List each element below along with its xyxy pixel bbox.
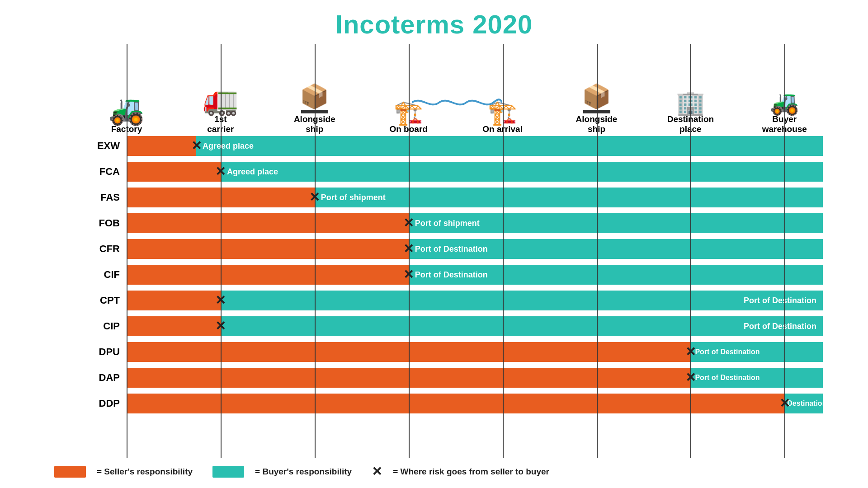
ddp-orange (127, 394, 784, 413)
vline-alongside1 (315, 44, 316, 458)
cif-orange (127, 265, 409, 285)
exw-label: Agreed place (203, 141, 254, 151)
label-cfr: CFR (79, 243, 120, 255)
ddp-cross: ✕ (779, 397, 790, 410)
fob-orange (127, 213, 409, 233)
dap-label: Port of Destination (695, 374, 760, 382)
exw-orange (127, 136, 196, 156)
rows-area: EXW Agreed place ✕ FCA Agreed place (127, 134, 823, 458)
vline-buyerwh (784, 44, 785, 458)
fas-cross: ✕ (309, 191, 320, 204)
fas-teal: Port of shipment (315, 188, 823, 207)
label-cip: CIP (79, 320, 120, 332)
cif-teal: Port of Destination (409, 265, 823, 285)
row-fob: FOB Port of shipment ✕ (127, 211, 823, 235)
dap-teal: Port of Destination (690, 368, 823, 388)
fas-label: Port of shipment (321, 193, 386, 202)
wave-decoration (412, 96, 502, 109)
row-dpu: DPU Port of Destination ✕ (127, 340, 823, 364)
exw-teal: Agreed place (196, 136, 823, 156)
vline-destplace (690, 44, 691, 458)
cfr-cross: ✕ (403, 243, 414, 255)
cfr-orange (127, 239, 409, 259)
vline-factory (127, 44, 127, 458)
fca-teal: Agreed place (221, 162, 823, 182)
dap-cross: ✕ (685, 371, 696, 384)
cpt-label: Port of Destination (744, 296, 816, 305)
ddp-label: Destination (787, 399, 826, 408)
cif-label: Port of Destination (415, 270, 488, 280)
label-dap: DAP (79, 372, 120, 384)
row-ddp: DDP Destination ✕ (127, 392, 823, 415)
fca-orange (127, 162, 221, 182)
ddp-teal: Destination (784, 394, 823, 413)
main-title: Incoterms 2020 (335, 9, 533, 39)
legend-orange-box (54, 466, 86, 478)
cip-teal: Port of Destination (221, 316, 823, 336)
legend-teal-box (212, 466, 244, 478)
page-container: Incoterms 2020 🚜 Factory 🚛 1stcarrier 📦 … (0, 0, 868, 488)
row-cfr: CFR Port of Destination ✕ (127, 237, 823, 261)
row-cip: CIP Port of Destination ✕ (127, 314, 823, 338)
label-dpu: DPU (79, 346, 120, 358)
legend-cross-symbol: ✕ (372, 464, 382, 479)
row-dap: DAP Port of Destination ✕ (127, 366, 823, 389)
fob-teal: Port of shipment (409, 213, 823, 233)
cpt-orange (127, 291, 221, 310)
row-fca: FCA Agreed place ✕ (127, 160, 823, 183)
row-exw: EXW Agreed place ✕ (127, 134, 823, 158)
label-exw: EXW (79, 140, 120, 152)
vline-alongside2 (597, 44, 598, 458)
header-row: 🚜 Factory 🚛 1stcarrier 📦 Alongsideship 🏗… (127, 44, 823, 134)
dpu-teal: Port of Destination (690, 342, 823, 362)
row-cif: CIF Port of Destination ✕ (127, 263, 823, 286)
cip-orange (127, 316, 221, 336)
fca-label: Agreed place (227, 167, 278, 177)
label-fob: FOB (79, 217, 120, 229)
label-fas: FAS (79, 192, 120, 203)
cip-label: Port of Destination (744, 322, 816, 331)
cpt-cross: ✕ (215, 294, 226, 307)
legend-seller-label: = Seller's responsibility (97, 467, 193, 477)
fob-cross: ✕ (403, 217, 414, 230)
row-fas: FAS Port of shipment ✕ (127, 186, 823, 209)
legend-cross-label: = Where risk goes from seller to buyer (393, 467, 549, 477)
vline-onarrival (503, 44, 504, 458)
dpu-cross: ✕ (685, 346, 696, 358)
cip-cross: ✕ (215, 320, 226, 333)
fca-cross: ✕ (215, 165, 226, 178)
legend: = Seller's responsibility = Buyer's resp… (54, 464, 841, 479)
dpu-label: Port of Destination (695, 348, 760, 356)
label-cpt: CPT (79, 295, 120, 306)
exw-cross: ✕ (191, 140, 202, 152)
label-cif: CIF (79, 269, 120, 281)
row-cpt: CPT Port of Destination ✕ (127, 289, 823, 312)
vline-carrier (221, 44, 222, 458)
cif-cross: ✕ (403, 268, 414, 281)
label-ddp: DDP (79, 398, 120, 409)
legend-buyer-label: = Buyer's responsibility (255, 467, 352, 477)
cfr-label: Port of Destination (415, 244, 488, 254)
cpt-teal: Port of Destination (221, 291, 823, 310)
label-fca: FCA (79, 166, 120, 178)
cfr-teal: Port of Destination (409, 239, 823, 259)
fob-label: Port of shipment (415, 219, 480, 228)
